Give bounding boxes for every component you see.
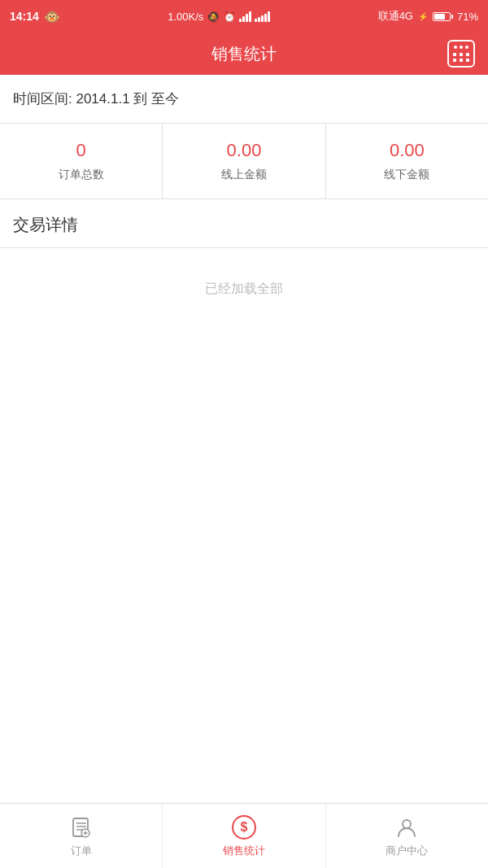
stat-offline-label: 线下金额 [384,168,429,182]
status-bar-left: 14:14 🐵 [10,9,60,24]
header-title: 销售统计 [211,43,277,65]
status-bar: 14:14 🐵 1.00K/s 🔕 ⏰ 联通4G ⚡ 71% [0,0,488,33]
empty-state: 已经加载全部 [0,248,488,330]
notification-icon: 🔕 [207,11,220,23]
sales-label: 销售统计 [223,844,265,858]
stat-offline-amount: 0.00 线下金额 [326,124,488,198]
status-bar-right: 联通4G ⚡ 71% [378,9,478,24]
nav-item-sales[interactable]: $ 销售统计 [163,804,325,868]
transaction-header: 交易详情 [0,199,488,248]
time-range-section: 时间区间: 2014.1.1 到 至今 [0,75,488,124]
lightning-icon: ⚡ [418,12,428,21]
signal-icon [255,11,270,22]
calendar-button[interactable] [446,38,477,69]
stats-row: 0 订单总数 0.00 线上金额 0.00 线下金额 [0,124,488,199]
battery-icon [433,12,453,21]
calendar-icon [447,40,475,68]
stat-order-count: 0 订单总数 [0,124,163,198]
carrier: 联通4G [378,9,413,24]
stat-online-value: 0.00 [227,140,262,161]
merchant-label: 商户中心 [386,844,428,858]
monkey-icon: 🐵 [44,9,60,24]
status-time: 14:14 [10,10,39,23]
content-area: 时间区间: 2014.1.1 到 至今 0 订单总数 0.00 线上金额 0.0… [0,75,488,803]
battery-percent: 71% [457,11,478,23]
orders-label: 订单 [71,844,92,858]
wifi-icon [239,11,251,22]
time-range-text: 时间区间: 2014.1.1 到 至今 [13,91,179,107]
sales-icon: $ [231,814,257,840]
svg-point-7 [403,820,411,828]
stat-online-label: 线上金额 [221,168,267,182]
transaction-title: 交易详情 [13,216,78,233]
stat-offline-value: 0.00 [390,140,425,161]
network-speed: 1.00K/s [168,11,203,23]
nav-item-orders[interactable]: 订单 [0,804,163,868]
orders-icon [68,814,94,840]
header: 销售统计 [0,33,488,75]
dollar-circle-icon: $ [232,815,256,840]
nav-item-merchant[interactable]: 商户中心 [326,804,488,868]
transaction-section: 交易详情 已经加载全部 [0,199,488,803]
stat-order-value: 0 [76,140,86,161]
stat-order-label: 订单总数 [59,168,104,182]
alarm-icon: ⏰ [223,11,236,23]
bottom-nav: 订单 $ 销售统计 商户中心 [0,803,488,868]
empty-text: 已经加载全部 [205,281,283,298]
merchant-icon [394,814,420,840]
stat-online-amount: 0.00 线上金额 [163,124,325,198]
status-bar-center: 1.00K/s 🔕 ⏰ [168,11,270,23]
